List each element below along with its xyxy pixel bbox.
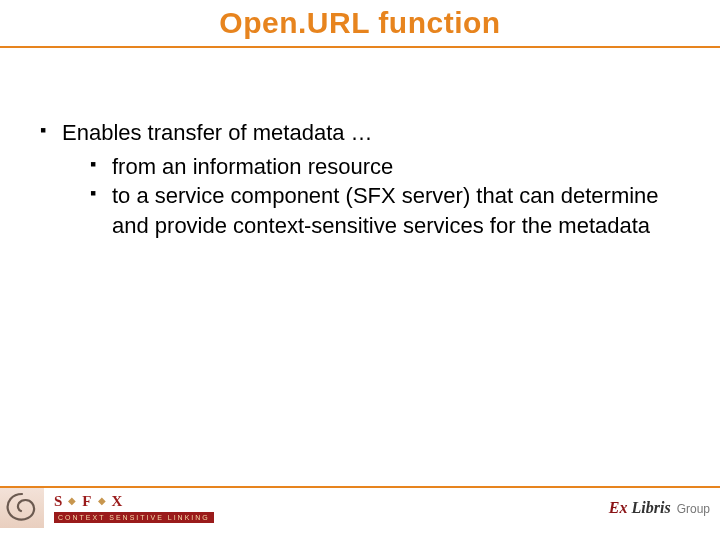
bullet-level2: ▪ from an information resource — [90, 152, 680, 182]
slide-title: Open.URL function — [0, 0, 720, 46]
diamond-icon: ◆ — [98, 495, 106, 506]
bullet-text: Enables transfer of metadata … — [62, 120, 373, 145]
diamond-icon: ◆ — [68, 495, 76, 506]
sfx-f: F — [82, 493, 91, 510]
bullet-text: to a service component (SFX server) that… — [112, 183, 659, 238]
slide: Open.URL function ▪ Enables transfer of … — [0, 0, 720, 540]
sfx-x: X — [112, 493, 123, 510]
bullet-level2-group: ▪ from an information resource ▪ to a se… — [40, 152, 680, 241]
exlibris-logo: Ex Libris Group — [609, 499, 710, 517]
footer: S ◆ F ◆ X CONTEXT SENSITIVE LINKING Ex L… — [0, 486, 720, 528]
bullet-level1: ▪ Enables transfer of metadata … — [40, 118, 680, 148]
square-bullet-icon: ▪ — [90, 152, 96, 176]
brand-libris: Libris — [632, 499, 671, 517]
brand-group: Group — [677, 502, 710, 516]
footer-left: S ◆ F ◆ X CONTEXT SENSITIVE LINKING — [0, 488, 224, 528]
bullet-text: from an information resource — [112, 154, 393, 179]
square-bullet-icon: ▪ — [90, 181, 96, 205]
slide-body: ▪ Enables transfer of metadata … ▪ from … — [0, 48, 720, 241]
sfx-tagline: CONTEXT SENSITIVE LINKING — [54, 512, 214, 523]
sfx-logo: S ◆ F ◆ X CONTEXT SENSITIVE LINKING — [44, 488, 224, 528]
bullet-level2: ▪ to a service component (SFX server) th… — [90, 181, 680, 240]
sfx-s: S — [54, 493, 62, 510]
square-bullet-icon: ▪ — [40, 118, 46, 142]
sfx-word: S ◆ F ◆ X — [54, 493, 214, 510]
footer-row: S ◆ F ◆ X CONTEXT SENSITIVE LINKING Ex L… — [0, 488, 720, 528]
brand-ex: Ex — [609, 499, 628, 517]
swirl-icon — [0, 488, 44, 528]
